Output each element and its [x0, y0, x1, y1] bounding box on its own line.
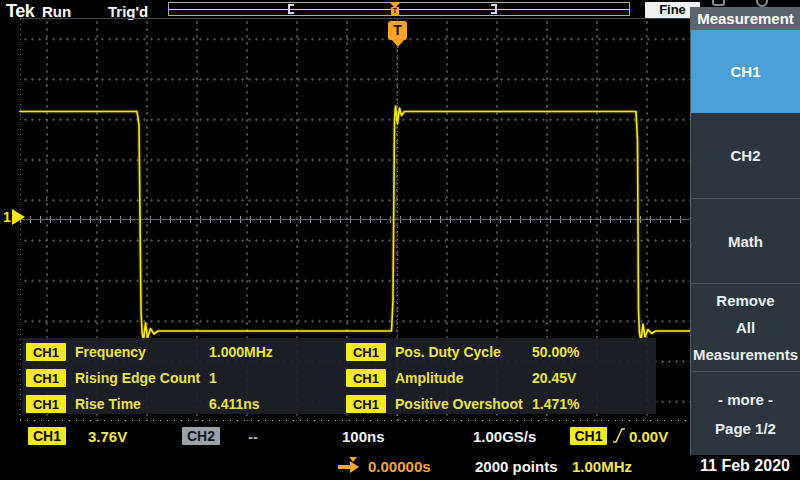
measurement-value: 1.000MHz: [209, 344, 273, 360]
measurement-value: 50.00%: [532, 344, 579, 360]
measurement-row: CH1 Rise Time 6.411ns: [26, 394, 340, 414]
menu-item-label: Remove: [716, 292, 774, 309]
channel-badge: CH1: [346, 395, 386, 413]
measurement-label: Amplitude: [395, 370, 532, 386]
menu-item-label: - more -: [718, 391, 773, 408]
menu-item-label: CH1: [730, 63, 760, 80]
channel-badge: CH1: [26, 395, 66, 413]
channel-badge: CH1: [346, 369, 386, 387]
measurement-label: Positive Overshoot: [395, 396, 532, 412]
oscilloscope-screen: Tek Run Trig'd T Fine T 1 CH1: [0, 0, 800, 480]
trigger-position-marker[interactable]: T: [388, 21, 407, 40]
status-bar: CH1 3.76V CH2 -- 100ns 1.00GS/s CH1 0.00…: [0, 422, 800, 480]
measurement-row: CH1 Positive Overshoot 1.471%: [346, 394, 652, 414]
channel-badge: CH1: [346, 343, 386, 361]
graticule-bottom-edge: [20, 420, 690, 421]
ch1-marker-label: 1: [3, 209, 11, 225]
partial-indicator-icon-left: [712, 0, 725, 6]
menu-title: Measurement: [691, 7, 800, 30]
center-horizontal-axis: [20, 219, 690, 220]
sample-rate-readout: 1.00GS/s: [473, 428, 536, 445]
channel-badge: CH1: [26, 343, 66, 361]
menu-item-more-page[interactable]: - more - Page 1/2: [691, 371, 800, 455]
measurement-label: Rising Edge Count: [75, 370, 209, 386]
timebase-readout: 100ns: [342, 428, 385, 445]
menu-item-math[interactable]: Math: [691, 198, 800, 283]
measurement-menu: Measurement CH1 CH2 Math Remove All Meas…: [690, 7, 800, 455]
measurement-value: 1.471%: [532, 396, 579, 412]
menu-item-label: All: [736, 319, 755, 336]
measurement-label: Pos. Duty Cycle: [395, 344, 532, 360]
ch2-badge: CH2: [182, 427, 220, 445]
measurement-value: 1: [209, 370, 217, 386]
horizontal-position-readout: 0.00000s: [368, 458, 431, 475]
record-view-bar: T: [168, 2, 630, 16]
measurement-label: Rise Time: [75, 396, 209, 412]
measurement-label: Frequency: [75, 344, 209, 360]
ch2-scale-readout: --: [248, 428, 258, 445]
menu-item-remove-all-measurements[interactable]: Remove All Measurements: [691, 283, 800, 371]
ch1-ground-marker[interactable]: 1: [3, 209, 25, 225]
menu-item-label: Math: [728, 233, 763, 250]
menu-item-label: Page 1/2: [715, 420, 776, 437]
record-view-left-bracket: [288, 4, 294, 14]
trigger-level-readout: 0.00V: [629, 428, 668, 445]
menu-item-label: Measurements: [693, 346, 798, 363]
measurement-row: CH1 Pos. Duty Cycle 50.00%: [346, 342, 652, 362]
menu-item-label: CH2: [730, 147, 760, 164]
ch1-scale-readout: 3.76V: [88, 428, 127, 445]
menu-item-ch2[interactable]: CH2: [691, 113, 800, 198]
measurement-panel: CH1 Frequency 1.000MHz CH1 Rising Edge C…: [22, 338, 656, 414]
measurement-row: CH1 Amplitude 20.45V: [346, 368, 652, 388]
ch1-marker-arrow-icon: [12, 209, 25, 225]
menu-item-ch1[interactable]: CH1: [691, 30, 800, 113]
measurement-row: CH1 Rising Edge Count 1: [26, 368, 340, 388]
trigger-t-badge: T: [388, 21, 407, 40]
measurement-value: 20.45V: [532, 370, 576, 386]
record-length-readout: 2000 points: [475, 458, 558, 475]
record-view-right-bracket: [491, 4, 497, 14]
channel-badge: CH1: [26, 369, 66, 387]
record-view-trigger-marker-icon: T: [388, 1, 402, 17]
trigger-t-icon: T: [391, 7, 399, 15]
trigger-down-arrow-icon: [392, 40, 404, 47]
horizontal-position-arrow-icon: [338, 461, 360, 473]
measurement-value: 6.411ns: [209, 396, 260, 412]
partial-indicator-icon-right: [756, 0, 768, 7]
trigger-source-badge: CH1: [570, 427, 607, 445]
date-display: 11 Feb 2020: [690, 455, 800, 480]
rising-edge-slope-icon: [612, 427, 626, 444]
measurement-row: CH1 Frequency 1.000MHz: [26, 342, 340, 362]
trigger-frequency-readout: 1.00MHz: [572, 458, 632, 475]
ch1-badge: CH1: [28, 427, 66, 445]
